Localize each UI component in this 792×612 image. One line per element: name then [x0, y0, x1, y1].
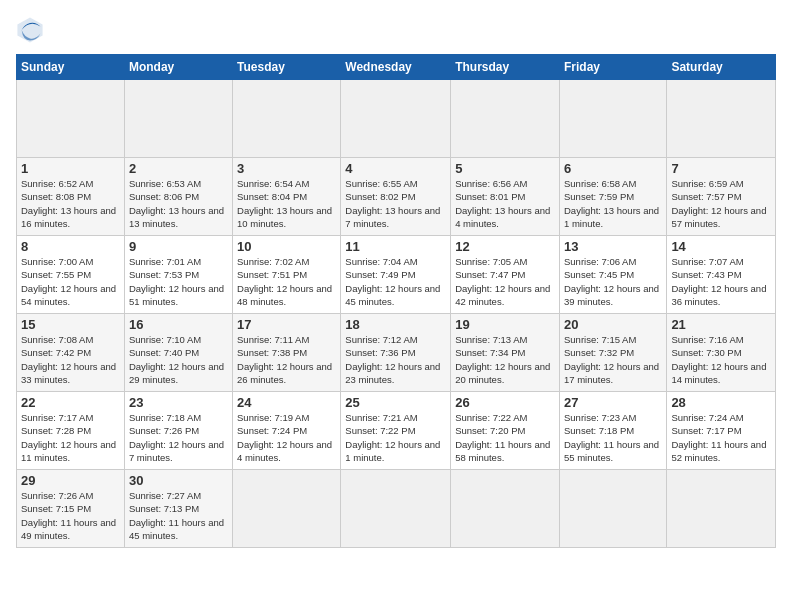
sunset-label: Sunset: 7:51 PM — [237, 269, 307, 280]
sunset-label: Sunset: 7:22 PM — [345, 425, 415, 436]
sunset-label: Sunset: 7:20 PM — [455, 425, 525, 436]
col-friday: Friday — [559, 55, 666, 80]
calendar-week-row: 29 Sunrise: 7:26 AM Sunset: 7:15 PM Dayl… — [17, 470, 776, 548]
table-cell — [341, 470, 451, 548]
table-cell: 30 Sunrise: 7:27 AM Sunset: 7:13 PM Dayl… — [124, 470, 232, 548]
daylight-label: Daylight: 12 hours and 51 minutes. — [129, 283, 224, 307]
daylight-label: Daylight: 12 hours and 14 minutes. — [671, 361, 766, 385]
sunrise-label: Sunrise: 7:19 AM — [237, 412, 309, 423]
day-number: 22 — [21, 395, 120, 410]
sunrise-label: Sunrise: 6:53 AM — [129, 178, 201, 189]
day-info: Sunrise: 6:54 AM Sunset: 8:04 PM Dayligh… — [237, 177, 336, 230]
day-info: Sunrise: 7:17 AM Sunset: 7:28 PM Dayligh… — [21, 411, 120, 464]
sunrise-label: Sunrise: 7:27 AM — [129, 490, 201, 501]
sunrise-label: Sunrise: 7:22 AM — [455, 412, 527, 423]
table-cell — [341, 80, 451, 158]
table-cell — [233, 470, 341, 548]
sunset-label: Sunset: 7:17 PM — [671, 425, 741, 436]
table-cell: 3 Sunrise: 6:54 AM Sunset: 8:04 PM Dayli… — [233, 158, 341, 236]
sunrise-label: Sunrise: 7:06 AM — [564, 256, 636, 267]
daylight-label: Daylight: 11 hours and 55 minutes. — [564, 439, 659, 463]
sunrise-label: Sunrise: 7:15 AM — [564, 334, 636, 345]
daylight-label: Daylight: 12 hours and 11 minutes. — [21, 439, 116, 463]
sunset-label: Sunset: 7:38 PM — [237, 347, 307, 358]
daylight-label: Daylight: 12 hours and 57 minutes. — [671, 205, 766, 229]
day-number: 10 — [237, 239, 336, 254]
sunrise-label: Sunrise: 7:13 AM — [455, 334, 527, 345]
sunrise-label: Sunrise: 7:17 AM — [21, 412, 93, 423]
sunset-label: Sunset: 7:42 PM — [21, 347, 91, 358]
day-info: Sunrise: 7:12 AM Sunset: 7:36 PM Dayligh… — [345, 333, 446, 386]
sunrise-label: Sunrise: 6:56 AM — [455, 178, 527, 189]
calendar-week-row: 15 Sunrise: 7:08 AM Sunset: 7:42 PM Dayl… — [17, 314, 776, 392]
sunset-label: Sunset: 7:15 PM — [21, 503, 91, 514]
day-number: 2 — [129, 161, 228, 176]
day-info: Sunrise: 7:24 AM Sunset: 7:17 PM Dayligh… — [671, 411, 771, 464]
sunset-label: Sunset: 7:43 PM — [671, 269, 741, 280]
sunset-label: Sunset: 8:02 PM — [345, 191, 415, 202]
table-cell: 27 Sunrise: 7:23 AM Sunset: 7:18 PM Dayl… — [559, 392, 666, 470]
table-cell: 22 Sunrise: 7:17 AM Sunset: 7:28 PM Dayl… — [17, 392, 125, 470]
daylight-label: Daylight: 12 hours and 1 minute. — [345, 439, 440, 463]
sunrise-label: Sunrise: 6:52 AM — [21, 178, 93, 189]
table-cell: 26 Sunrise: 7:22 AM Sunset: 7:20 PM Dayl… — [451, 392, 560, 470]
daylight-label: Daylight: 11 hours and 49 minutes. — [21, 517, 116, 541]
table-cell: 20 Sunrise: 7:15 AM Sunset: 7:32 PM Dayl… — [559, 314, 666, 392]
table-cell: 8 Sunrise: 7:00 AM Sunset: 7:55 PM Dayli… — [17, 236, 125, 314]
table-cell: 24 Sunrise: 7:19 AM Sunset: 7:24 PM Dayl… — [233, 392, 341, 470]
day-number: 26 — [455, 395, 555, 410]
day-number: 15 — [21, 317, 120, 332]
sunrise-label: Sunrise: 7:23 AM — [564, 412, 636, 423]
sunrise-label: Sunrise: 6:54 AM — [237, 178, 309, 189]
daylight-label: Daylight: 11 hours and 58 minutes. — [455, 439, 550, 463]
logo — [16, 16, 48, 44]
daylight-label: Daylight: 12 hours and 26 minutes. — [237, 361, 332, 385]
table-cell — [124, 80, 232, 158]
day-info: Sunrise: 7:19 AM Sunset: 7:24 PM Dayligh… — [237, 411, 336, 464]
table-cell: 13 Sunrise: 7:06 AM Sunset: 7:45 PM Dayl… — [559, 236, 666, 314]
sunset-label: Sunset: 7:30 PM — [671, 347, 741, 358]
sunrise-label: Sunrise: 6:59 AM — [671, 178, 743, 189]
calendar-week-row: 1 Sunrise: 6:52 AM Sunset: 8:08 PM Dayli… — [17, 158, 776, 236]
col-thursday: Thursday — [451, 55, 560, 80]
daylight-label: Daylight: 12 hours and 48 minutes. — [237, 283, 332, 307]
sunrise-label: Sunrise: 7:18 AM — [129, 412, 201, 423]
daylight-label: Daylight: 12 hours and 7 minutes. — [129, 439, 224, 463]
day-number: 3 — [237, 161, 336, 176]
sunset-label: Sunset: 7:13 PM — [129, 503, 199, 514]
table-cell — [559, 80, 666, 158]
daylight-label: Daylight: 12 hours and 29 minutes. — [129, 361, 224, 385]
sunrise-label: Sunrise: 7:12 AM — [345, 334, 417, 345]
sunrise-label: Sunrise: 7:02 AM — [237, 256, 309, 267]
table-cell: 6 Sunrise: 6:58 AM Sunset: 7:59 PM Dayli… — [559, 158, 666, 236]
calendar-week-row: 8 Sunrise: 7:00 AM Sunset: 7:55 PM Dayli… — [17, 236, 776, 314]
table-cell — [559, 470, 666, 548]
col-wednesday: Wednesday — [341, 55, 451, 80]
day-number: 13 — [564, 239, 662, 254]
sunrise-label: Sunrise: 7:04 AM — [345, 256, 417, 267]
daylight-label: Daylight: 13 hours and 1 minute. — [564, 205, 659, 229]
daylight-label: Daylight: 12 hours and 33 minutes. — [21, 361, 116, 385]
sunset-label: Sunset: 7:26 PM — [129, 425, 199, 436]
day-info: Sunrise: 7:23 AM Sunset: 7:18 PM Dayligh… — [564, 411, 662, 464]
day-number: 27 — [564, 395, 662, 410]
table-cell — [667, 80, 776, 158]
calendar-table: Sunday Monday Tuesday Wednesday Thursday… — [16, 54, 776, 548]
day-info: Sunrise: 7:18 AM Sunset: 7:26 PM Dayligh… — [129, 411, 228, 464]
table-cell: 23 Sunrise: 7:18 AM Sunset: 7:26 PM Dayl… — [124, 392, 232, 470]
day-info: Sunrise: 6:58 AM Sunset: 7:59 PM Dayligh… — [564, 177, 662, 230]
day-info: Sunrise: 7:07 AM Sunset: 7:43 PM Dayligh… — [671, 255, 771, 308]
table-cell: 2 Sunrise: 6:53 AM Sunset: 8:06 PM Dayli… — [124, 158, 232, 236]
table-cell — [233, 80, 341, 158]
table-cell: 17 Sunrise: 7:11 AM Sunset: 7:38 PM Dayl… — [233, 314, 341, 392]
table-cell: 25 Sunrise: 7:21 AM Sunset: 7:22 PM Dayl… — [341, 392, 451, 470]
sunset-label: Sunset: 7:18 PM — [564, 425, 634, 436]
table-cell — [451, 470, 560, 548]
daylight-label: Daylight: 12 hours and 42 minutes. — [455, 283, 550, 307]
day-info: Sunrise: 7:08 AM Sunset: 7:42 PM Dayligh… — [21, 333, 120, 386]
sunset-label: Sunset: 7:40 PM — [129, 347, 199, 358]
sunset-label: Sunset: 7:36 PM — [345, 347, 415, 358]
day-info: Sunrise: 7:13 AM Sunset: 7:34 PM Dayligh… — [455, 333, 555, 386]
day-info: Sunrise: 7:15 AM Sunset: 7:32 PM Dayligh… — [564, 333, 662, 386]
table-cell — [667, 470, 776, 548]
